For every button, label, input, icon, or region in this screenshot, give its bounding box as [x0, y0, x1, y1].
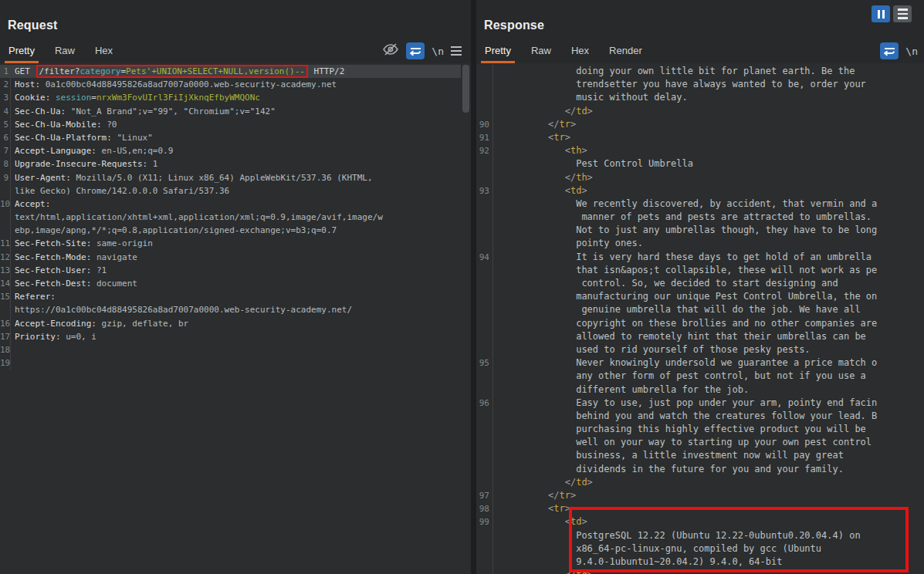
editor-line: control. So, we decided to start designi…	[476, 277, 924, 290]
editor-line: </td>	[476, 476, 924, 489]
editor-line: 97 </tr>	[476, 489, 924, 502]
editor-line: https://0a1c00bc04d88495826a8ad7007a0000…	[0, 303, 461, 316]
editor-line: 12Sec-Fetch-Mode: navigate	[0, 251, 461, 264]
editor-line: Not to just any umbrellas though, they h…	[476, 224, 924, 237]
editor-line: well on your way to starting up your own…	[476, 436, 924, 449]
request-tab-pretty[interactable]: Pretty	[5, 42, 39, 63]
editor-line: 3Cookie: session=nrxWm3FovUIrl3FiIjXknqE…	[0, 91, 461, 104]
editor-line: 90 </tr>	[476, 118, 924, 131]
editor-line: 17Priority: u=0, i	[0, 330, 461, 343]
response-panel-title: Response	[484, 19, 544, 32]
editor-line: 4Sec-Ch-Ua: "Not_A Brand";v="99", "Chrom…	[0, 105, 461, 118]
editor-line: manner of pets and pests are attracted t…	[476, 211, 924, 224]
response-tab-hex[interactable]: Hex	[567, 42, 593, 63]
editor-line: ebp,image/apng,*/*;q=0.8,application/sig…	[0, 224, 461, 237]
editor-line: copyright on these brollies and no other…	[476, 317, 924, 330]
menu-icon[interactable]	[893, 5, 912, 22]
editor-line: different umbrella for the job.	[476, 383, 924, 397]
editor-line: </td>	[476, 105, 924, 118]
editor-line: 5Sec-Ch-Ua-Mobile: ?0	[0, 118, 461, 131]
editor-line: 19	[0, 356, 461, 370]
editor-line: 6Sec-Ch-Ua-Platform: "Linux"	[0, 131, 461, 144]
soft-wrap-icon[interactable]	[406, 42, 425, 59]
editor-line: genuine umbrella that will do the job. W…	[476, 303, 924, 316]
response-tabbar: PrettyRawHexRender	[481, 42, 658, 63]
editor-line: 11Sec-Fetch-Site: same-origin	[0, 237, 461, 250]
response-editor[interactable]: doing your own little bit for planet ear…	[476, 63, 924, 574]
editor-line: We recently discovered, by accident, tha…	[476, 198, 924, 211]
editor-line: pointy ones.	[476, 237, 924, 250]
editor-line: trendsetter you have always wanted to be…	[476, 78, 924, 91]
editor-line: 7Accept-Language: en-US,en;q=0.9	[0, 144, 461, 157]
hide-matches-eye-icon[interactable]	[382, 42, 399, 59]
editor-line: 16Accept-Encoding: gzip, deflate, br	[0, 317, 461, 330]
response-toolbar: \n	[880, 42, 918, 59]
editor-line: 94 It is very hard these days to get hol…	[476, 251, 924, 264]
response-panel: Response PrettyRawHexRender \n doing you…	[476, 0, 924, 574]
response-tab-raw[interactable]: Raw	[527, 42, 555, 63]
editor-line: allowed to remotely hint that their umbr…	[476, 330, 924, 343]
menu-icon[interactable]	[451, 46, 462, 56]
editor-line: 9User-Agent: Mozilla/5.0 (X11; Linux x86…	[0, 171, 461, 184]
editor-line: 18	[0, 343, 461, 356]
editor-line: used to rid yourself of those pesky pest…	[476, 343, 924, 356]
request-scrollbar-thumb[interactable]	[462, 65, 469, 113]
pause-icon[interactable]	[872, 5, 890, 22]
editor-line: 96 Easy to use, just pop under your arm,…	[476, 397, 924, 410]
editor-line: 8Upgrade-Insecure-Requests: 1	[0, 157, 461, 171]
request-panel: Request PrettyRawHex \n 1GET /filter?cat…	[0, 0, 471, 574]
newline-toggle[interactable]: \n	[432, 46, 444, 57]
editor-line: 15Referer:	[0, 290, 461, 303]
editor-line: manufacturing our unique Pest Control Um…	[476, 290, 924, 303]
editor-line: any other form of pest control, but not …	[476, 370, 924, 383]
request-toolbar: \n	[382, 42, 462, 59]
editor-line: 92 <th>	[476, 144, 924, 157]
editor-line: music without delay.	[476, 91, 924, 104]
response-tab-render[interactable]: Render	[605, 42, 646, 63]
editor-line: business, a little investment now will p…	[476, 449, 924, 462]
request-editor[interactable]: 1GET /filter?category=Pets'+UNION+SELECT…	[0, 63, 461, 574]
editor-line: 13Sec-Fetch-User: ?1	[0, 264, 461, 277]
editor-line: 91 <tr>	[476, 131, 924, 144]
editor-line: behind you and watch the creatures follo…	[476, 410, 924, 423]
request-tab-raw[interactable]: Raw	[51, 42, 79, 63]
editor-line: like Gecko) Chrome/142.0.0.0 Safari/537.…	[0, 184, 461, 198]
editor-line: Pest Control Umbrella	[476, 157, 924, 171]
editor-line: 93 <td>	[476, 184, 924, 198]
response-tab-pretty[interactable]: Pretty	[481, 42, 515, 63]
editor-line: 2Host: 0a1c00bc04d88495826a8ad7007a0000.…	[0, 78, 461, 91]
editor-line: dividends in the future for you and your…	[476, 463, 924, 476]
newline-toggle[interactable]: \n	[905, 46, 918, 57]
response-window-controls	[872, 5, 912, 22]
annotation-box-injection: /filter?category=Pets'+UNION+SELECT+NULL…	[36, 65, 308, 78]
soft-wrap-icon[interactable]	[880, 42, 899, 59]
request-scrollbar[interactable]	[461, 63, 471, 574]
request-tab-hex[interactable]: Hex	[91, 42, 117, 63]
editor-line: </th>	[476, 171, 924, 184]
editor-line: purchasing this highly effective product…	[476, 423, 924, 436]
editor-line: 14Sec-Fetch-Dest: document	[0, 277, 461, 290]
annotation-box-db-version	[569, 507, 909, 572]
editor-line: 95 Never knowingly undersold we guarante…	[476, 356, 924, 370]
editor-line: 1GET /filter?category=Pets'+UNION+SELECT…	[0, 65, 461, 78]
editor-line: 10Accept:	[0, 198, 461, 211]
request-tabbar: PrettyRawHex	[5, 42, 129, 63]
panel-divider[interactable]	[471, 0, 476, 574]
editor-line: that isn&apos;t collapsible, these will …	[476, 264, 924, 277]
editor-line: doing your own little bit for planet ear…	[476, 65, 924, 78]
request-panel-title: Request	[8, 19, 58, 32]
editor-line: text/html,application/xhtml+xml,applicat…	[0, 211, 461, 224]
